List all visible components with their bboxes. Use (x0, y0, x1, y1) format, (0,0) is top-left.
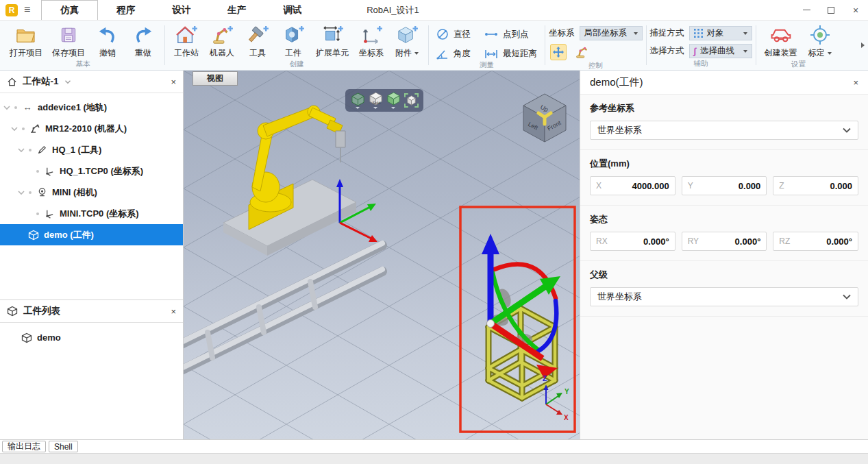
tree-item-hq1-tcp0[interactable]: HQ_1.TCP0 (坐标系) (0, 160, 183, 182)
pose-ry-field[interactable]: RY 0.000° (682, 232, 767, 251)
tree-item-mini[interactable]: MINI (相机) (0, 182, 183, 203)
tab-debug[interactable]: 调试 (264, 0, 320, 20)
position-z-field[interactable]: Z 0.000 (773, 176, 858, 195)
bottom-tab-bar: 输出日志 Shell (0, 439, 868, 453)
ribbon-group-assist: 捕捉方式 对象 选择方式 ∫ 选择曲线 辅助 (647, 21, 756, 70)
undo-icon (96, 25, 119, 45)
create-frame-button[interactable]: 坐标系 (354, 23, 389, 59)
render-mode-wireframe-button[interactable] (351, 92, 365, 109)
redo-icon (132, 25, 155, 45)
app-logo: R (5, 4, 18, 16)
grid-dots-icon (694, 29, 703, 38)
calibrate-button[interactable]: 标定 (802, 23, 838, 59)
reference-frame-label: 参考坐标系 (590, 102, 858, 114)
position-label: 位置(mm) (590, 158, 858, 170)
chevron-down-icon[interactable] (3, 105, 10, 110)
tab-program[interactable]: 程序 (98, 0, 153, 20)
scene-tree: ↔ addevice1 (地轨) MR12-2010 (机器人) (0, 93, 183, 245)
measure-diameter-button[interactable]: 直径 (436, 28, 471, 40)
create-workpiece-button[interactable]: 工件 (275, 23, 311, 59)
measure-min-distance-button[interactable]: 最短距离 (484, 48, 537, 60)
redo-button[interactable]: 重做 (125, 23, 161, 59)
pose-rz-field[interactable]: RZ 0.000° (773, 232, 858, 251)
wireframe-cube-icon (351, 92, 365, 106)
minimize-button[interactable] (794, 0, 819, 20)
move-arrows-icon (552, 46, 565, 58)
tab-shell[interactable]: Shell (49, 441, 78, 452)
position-x-field[interactable]: X 4000.000 (590, 176, 675, 195)
calibrate-dropdown-arrow[interactable] (828, 52, 832, 55)
maximize-button[interactable] (819, 0, 843, 20)
open-project-button[interactable]: 打开项目 (5, 23, 47, 59)
pose-rx-field[interactable]: RX 0.000° (590, 232, 675, 251)
measure-angle-button[interactable]: 角度 (436, 48, 471, 60)
tree-item-mini-tcp0[interactable]: MINI.TCP0 (坐标系) (0, 203, 183, 224)
chevron-down-icon[interactable] (18, 190, 25, 195)
chevron-down-icon[interactable] (11, 126, 18, 132)
measure-point-to-point-button[interactable]: 点到点 (484, 28, 537, 40)
position-y-field[interactable]: Y 0.000 (682, 176, 767, 195)
tree-bullet (36, 170, 39, 173)
coord-system-dropdown[interactable]: 局部坐标系 (580, 26, 643, 40)
viewport-canvas[interactable]: Z Y X Up Left Front (184, 71, 580, 439)
tab-design[interactable]: 设计 (153, 0, 209, 20)
chevron-down-icon (843, 127, 851, 133)
min-distance-icon (484, 49, 498, 59)
tree-item-mr12-2010[interactable]: MR12-2010 (机器人) (0, 118, 183, 139)
dropdown-arrow-icon (373, 107, 377, 109)
tree-bullet (29, 191, 32, 194)
tree-item-hq1[interactable]: HQ_1 (工具) (0, 139, 183, 160)
station-chevron-icon[interactable] (64, 80, 71, 84)
dropdown-arrow-icon (356, 107, 360, 109)
reference-frame-section: 参考坐标系 世界坐标系 (580, 95, 868, 150)
tool-pen-icon (36, 145, 48, 155)
create-attachment-button[interactable]: 附件 (389, 23, 425, 59)
attachment-cube-icon (395, 25, 419, 45)
tab-production[interactable]: 生产 (209, 0, 264, 20)
inspector-panel: demo(工件) × 参考坐标系 世界坐标系 位置(mm) X 4000.000… (580, 71, 868, 439)
create-robot-button[interactable]: 机器人 (204, 23, 240, 59)
diameter-icon (436, 28, 449, 40)
create-workstation-button[interactable]: 工作站 (169, 23, 204, 59)
status-bar (0, 453, 868, 464)
zoom-fit-button[interactable] (404, 93, 419, 108)
title-bar: R ≡ RobAI_设计1 仿真 程序 设计 生产 调试 × (0, 0, 868, 21)
solid-label: Solid (372, 101, 380, 105)
move-tool-button[interactable] (550, 44, 567, 60)
tab-output-log[interactable]: 输出日志 (2, 441, 46, 452)
tree-item-addevice1[interactable]: ↔ addevice1 (地轨) (0, 97, 183, 118)
attachment-dropdown-arrow[interactable] (414, 52, 419, 55)
robot-arm-icon (210, 25, 234, 45)
open-folder-icon (14, 25, 38, 45)
station-panel-close-icon[interactable]: × (171, 77, 176, 87)
worklist-panel-close-icon[interactable]: × (171, 306, 176, 317)
frame-axes-icon (43, 208, 55, 219)
tab-simulation[interactable]: 仿真 (41, 0, 98, 20)
hammer-icon (246, 25, 269, 45)
car-device-icon (769, 25, 793, 45)
render-mode-shaded-button[interactable] (386, 92, 401, 109)
create-device-button[interactable]: 创建装置 (760, 23, 802, 59)
dropdown-arrow-icon (634, 32, 638, 35)
close-button[interactable]: × (843, 0, 868, 20)
inspector-close-icon[interactable]: × (853, 77, 858, 88)
render-mode-solid-button[interactable]: Solid (369, 92, 383, 109)
worklist-item-demo[interactable]: demo (0, 327, 183, 348)
create-tool-button[interactable]: 工具 (240, 23, 275, 59)
ribbon-expand-arrow[interactable] (861, 42, 865, 48)
tree-bullet (22, 127, 25, 130)
viewport-3d[interactable]: Z Y X Up Left Front 视图 Solid (184, 71, 580, 439)
hamburger-menu-icon[interactable]: ≡ (24, 3, 30, 20)
parent-select[interactable]: 世界坐标系 (590, 287, 858, 306)
save-project-button[interactable]: 保存项目 (47, 23, 90, 59)
snap-mode-dropdown[interactable]: 对象 (689, 26, 752, 40)
select-mode-dropdown[interactable]: ∫ 选择曲线 (689, 44, 752, 58)
dropdown-arrow-icon (743, 32, 747, 35)
undo-button[interactable]: 撤销 (90, 23, 125, 59)
viewport-tab-view[interactable]: 视图 (193, 71, 238, 86)
tree-item-demo[interactable]: demo (工件) (0, 224, 183, 245)
robot-jog-button[interactable] (573, 44, 590, 60)
reference-frame-select[interactable]: 世界坐标系 (590, 121, 858, 140)
create-extension-unit-button[interactable]: 扩展单元 (311, 23, 354, 59)
chevron-down-icon[interactable] (18, 147, 25, 153)
